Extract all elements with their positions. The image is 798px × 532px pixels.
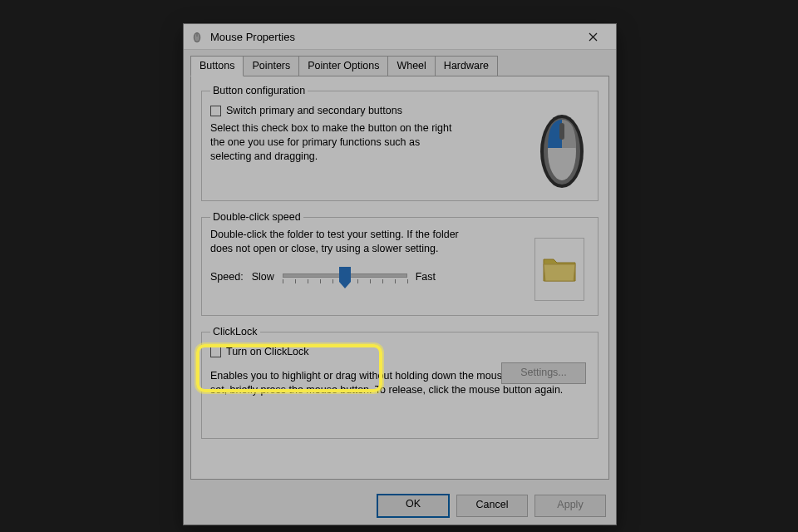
folder-icon <box>542 254 577 284</box>
double-click-description: Double-click the folder to test your set… <box>210 228 476 256</box>
close-button[interactable] <box>576 25 609 48</box>
speed-fast-label: Fast <box>416 271 436 283</box>
group-legend: ClickLock <box>210 326 260 337</box>
tab-pointer-options[interactable]: Pointer Options <box>298 56 388 76</box>
clicklock-label: Turn on ClickLock <box>226 346 309 357</box>
switch-buttons-label: Switch primary and secondary buttons <box>226 105 402 116</box>
cancel-button[interactable]: Cancel <box>456 495 528 517</box>
titlebar: Mouse Properties <box>184 24 616 50</box>
tab-hardware[interactable]: Hardware <box>435 56 498 76</box>
clicklock-checkbox[interactable] <box>210 347 221 357</box>
speed-slow-label: Slow <box>252 271 274 283</box>
ok-button[interactable]: OK <box>377 494 450 518</box>
test-folder[interactable] <box>534 238 584 301</box>
mouse-illustration <box>536 108 588 194</box>
group-legend: Double-click speed <box>210 211 303 223</box>
clicklock-checkbox-row[interactable]: Turn on ClickLock <box>210 346 589 357</box>
mouse-properties-dialog: Mouse Properties Buttons Pointers Pointe… <box>183 23 617 525</box>
tab-wheel[interactable]: Wheel <box>387 56 435 76</box>
double-click-speed-slider[interactable] <box>283 266 407 288</box>
apply-button: Apply <box>534 495 606 517</box>
group-double-click-speed: Double-click speed Double-click the fold… <box>201 211 598 316</box>
switch-buttons-checkbox[interactable] <box>210 106 221 116</box>
tab-buttons[interactable]: Buttons <box>190 56 244 76</box>
close-icon <box>589 32 598 42</box>
svg-rect-2 <box>197 32 198 37</box>
tab-pointers[interactable]: Pointers <box>243 56 299 76</box>
group-clicklock: ClickLock Turn on ClickLock Settings... … <box>201 326 598 439</box>
switch-buttons-checkbox-row[interactable]: Switch primary and secondary buttons <box>210 105 589 116</box>
window-title: Mouse Properties <box>210 31 576 43</box>
speed-label: Speed: <box>210 271 244 283</box>
dialog-footer: OK Cancel Apply <box>184 486 616 525</box>
group-legend: Button configuration <box>210 85 308 96</box>
tab-strip: Buttons Pointers Pointer Options Wheel H… <box>190 55 609 76</box>
group-button-configuration: Button configuration Switch primary and … <box>201 85 598 201</box>
slider-thumb[interactable] <box>339 267 351 282</box>
mouse-icon <box>190 30 204 43</box>
clicklock-settings-button: Settings... <box>501 362 586 384</box>
svg-rect-6 <box>559 123 564 140</box>
tab-panel-buttons: Button configuration Switch primary and … <box>190 76 609 480</box>
switch-buttons-description: Select this check box to make the button… <box>210 121 460 164</box>
